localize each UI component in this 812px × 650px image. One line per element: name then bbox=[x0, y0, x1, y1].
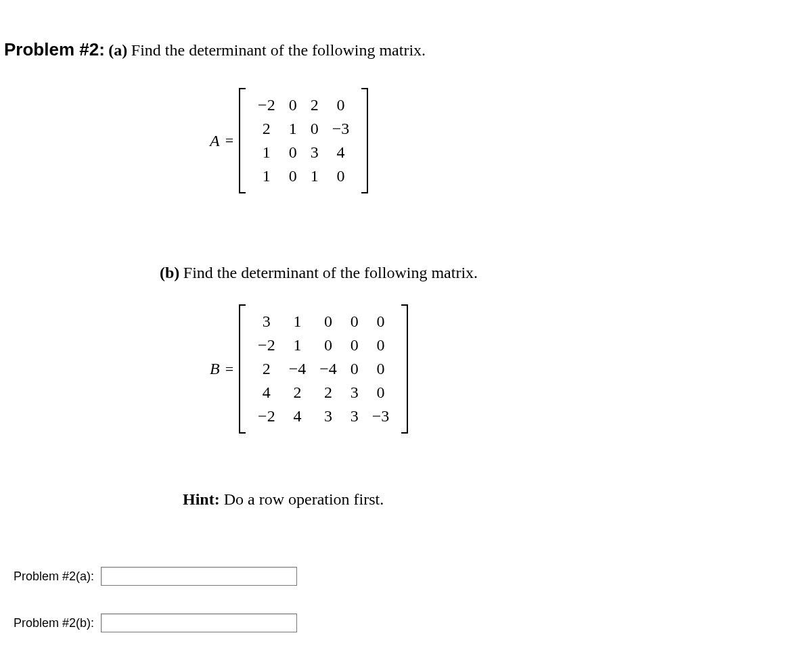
matrix-cell: 2 bbox=[251, 357, 282, 381]
problem-number: Problem #2: bbox=[4, 39, 105, 60]
table-row: 2 −4 −4 0 0 bbox=[251, 357, 396, 381]
matrix-a-body: −2 0 2 0 2 1 0 −3 1 0 3 bbox=[246, 88, 361, 193]
matrix-b: 3 1 0 0 0 −2 1 0 0 0 2 − bbox=[239, 304, 408, 434]
matrix-cell: 2 bbox=[251, 117, 282, 141]
table-row: −2 4 3 3 −3 bbox=[251, 404, 396, 428]
matrix-a: −2 0 2 0 2 1 0 −3 1 0 3 bbox=[239, 88, 368, 193]
problem-line-b: (b) Find the determinant of the followin… bbox=[160, 264, 478, 282]
matrix-cell: 0 bbox=[344, 310, 365, 333]
matrix-cell: 2 bbox=[282, 381, 313, 404]
problem-line-a: Problem #2: (a) Find the determinant of … bbox=[4, 39, 426, 60]
matrix-cell: 0 bbox=[282, 93, 304, 117]
matrix-cell: 3 bbox=[344, 381, 365, 404]
matrix-cell: 0 bbox=[365, 310, 397, 333]
part-a-label: (a) bbox=[108, 41, 127, 59]
answer-b-label: Problem #2(b): bbox=[14, 616, 94, 630]
matrix-cell: 1 bbox=[282, 333, 313, 357]
matrix-cell: −4 bbox=[313, 357, 344, 381]
matrix-cell: 1 bbox=[251, 141, 282, 164]
matrix-cell: −2 bbox=[251, 333, 282, 357]
table-row: 3 1 0 0 0 bbox=[251, 310, 396, 333]
matrix-cell: 0 bbox=[313, 333, 344, 357]
matrix-cell: 0 bbox=[282, 141, 304, 164]
matrix-cell: 1 bbox=[304, 164, 325, 188]
matrix-cell: −4 bbox=[282, 357, 313, 381]
matrix-cell: 3 bbox=[313, 404, 344, 428]
table-row: 1 0 1 0 bbox=[251, 164, 356, 188]
hint-line: Hint: Do a row operation first. bbox=[183, 490, 384, 509]
table-row: 2 1 0 −3 bbox=[251, 117, 356, 141]
answer-a-label: Problem #2(a): bbox=[14, 570, 94, 584]
matrix-cell: 0 bbox=[365, 333, 397, 357]
page: Problem #2: (a) Find the determinant of … bbox=[0, 0, 812, 650]
table-row: −2 0 2 0 bbox=[251, 93, 356, 117]
matrix-cell: −3 bbox=[365, 404, 397, 428]
matrix-cell: 0 bbox=[313, 310, 344, 333]
matrix-cell: 2 bbox=[304, 93, 325, 117]
answer-row-a: Problem #2(a): bbox=[14, 567, 297, 586]
part-b-text: Find the determinant of the following ma… bbox=[183, 264, 478, 281]
matrix-cell: 3 bbox=[304, 141, 325, 164]
matrix-cell: 4 bbox=[251, 381, 282, 404]
matrix-a-table: −2 0 2 0 2 1 0 −3 1 0 3 bbox=[251, 93, 356, 188]
matrix-b-name: B bbox=[210, 360, 220, 378]
matrix-a-block: A = −2 0 2 0 2 1 0 −3 bbox=[210, 88, 368, 193]
equals-a: = bbox=[225, 132, 233, 149]
matrix-cell: −2 bbox=[251, 404, 282, 428]
matrix-cell: 0 bbox=[365, 381, 397, 404]
answer-a-input[interactable] bbox=[101, 567, 297, 586]
table-row: 4 2 2 3 0 bbox=[251, 381, 396, 404]
bracket-left-icon bbox=[239, 88, 246, 193]
matrix-cell: 4 bbox=[325, 141, 357, 164]
matrix-cell: 0 bbox=[365, 357, 397, 381]
table-row: −2 1 0 0 0 bbox=[251, 333, 396, 357]
answer-row-b: Problem #2(b): bbox=[14, 613, 297, 632]
matrix-b-body: 3 1 0 0 0 −2 1 0 0 0 2 − bbox=[246, 304, 401, 434]
matrix-cell: 0 bbox=[344, 357, 365, 381]
answer-b-input[interactable] bbox=[101, 613, 297, 632]
matrix-cell: −2 bbox=[251, 93, 282, 117]
matrix-cell: 0 bbox=[304, 117, 325, 141]
matrix-cell: 3 bbox=[251, 310, 282, 333]
matrix-cell: 0 bbox=[325, 164, 357, 188]
bracket-left-icon bbox=[239, 304, 246, 434]
hint-label: Hint: bbox=[183, 490, 220, 508]
matrix-b-table: 3 1 0 0 0 −2 1 0 0 0 2 − bbox=[251, 310, 396, 428]
matrix-cell: 2 bbox=[313, 381, 344, 404]
matrix-cell: 1 bbox=[251, 164, 282, 188]
matrix-a-name: A bbox=[210, 132, 220, 150]
matrix-cell: 0 bbox=[325, 93, 357, 117]
bracket-right-icon bbox=[361, 88, 368, 193]
part-b-label: (b) bbox=[160, 264, 179, 281]
equals-b: = bbox=[225, 361, 233, 378]
matrix-cell: 3 bbox=[344, 404, 365, 428]
bracket-right-icon bbox=[401, 304, 408, 434]
matrix-cell: 4 bbox=[282, 404, 313, 428]
matrix-cell: 0 bbox=[344, 333, 365, 357]
part-a-text: Find the determinant of the following ma… bbox=[131, 41, 426, 59]
hint-text: Do a row operation first. bbox=[220, 490, 384, 508]
matrix-cell: 1 bbox=[282, 310, 313, 333]
table-row: 1 0 3 4 bbox=[251, 141, 356, 164]
matrix-cell: 1 bbox=[282, 117, 304, 141]
matrix-cell: 0 bbox=[282, 164, 304, 188]
matrix-cell: −3 bbox=[325, 117, 357, 141]
matrix-b-block: B = 3 1 0 0 0 −2 1 0 0 bbox=[210, 304, 408, 434]
